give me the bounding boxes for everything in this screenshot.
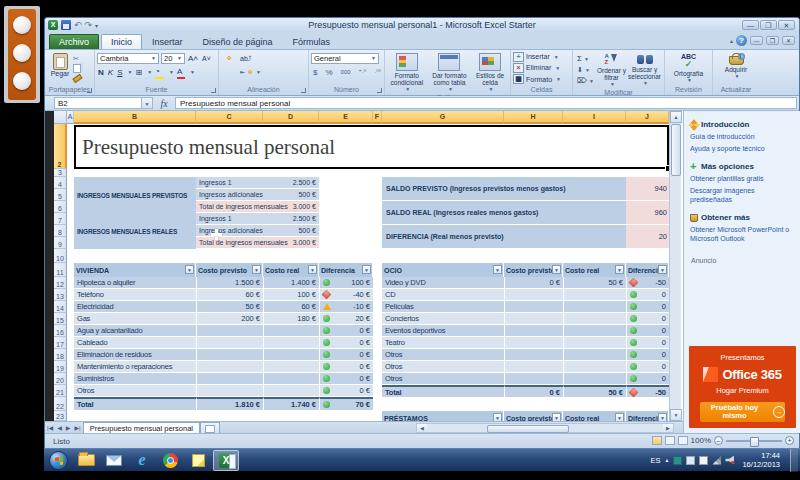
- pane-link[interactable]: Descargar imágenes prediseñadas: [690, 186, 795, 204]
- vivienda-row-cell[interactable]: 60 €: [196, 289, 263, 301]
- ocio-row-cell[interactable]: 0 €: [504, 277, 563, 289]
- row-header-21[interactable]: 21: [54, 385, 67, 397]
- ocio-row-cell[interactable]: Video y DVD: [382, 277, 504, 289]
- column-header-F[interactable]: F: [373, 111, 382, 124]
- formula-input[interactable]: Presupuesto mensual personal: [175, 97, 797, 109]
- ocio-row-cell[interactable]: [504, 373, 563, 385]
- ocio-row-cell[interactable]: [504, 301, 563, 313]
- currency-format-icon[interactable]: $: [311, 67, 319, 78]
- column-header-G[interactable]: G: [382, 111, 504, 124]
- ocio-row-cell[interactable]: [504, 325, 563, 337]
- ocio-row-cell[interactable]: Teatro: [382, 337, 504, 349]
- vivienda-row-diff-cell[interactable]: 20 €: [319, 313, 373, 325]
- title-bar[interactable]: X ↶ ↷ ▾ Presupuesto mensual personal1 - …: [45, 18, 799, 32]
- taskbar-mail-button[interactable]: [101, 450, 127, 471]
- ocio-row-cell[interactable]: [563, 349, 626, 361]
- ocio-row-diff-cell[interactable]: 0: [626, 361, 669, 373]
- zoom-slider-thumb[interactable]: [750, 437, 759, 447]
- row-header-19[interactable]: 19: [54, 361, 67, 373]
- vivienda-row-cell[interactable]: Teléfono: [74, 289, 196, 301]
- ocio-row-cell[interactable]: Otros: [382, 361, 504, 373]
- ocio-row-cell[interactable]: [504, 313, 563, 325]
- select-all-corner[interactable]: [54, 111, 67, 124]
- horizontal-scroll-thumb[interactable]: [487, 425, 569, 433]
- vivienda-row-diff-cell[interactable]: -40 €: [319, 289, 373, 301]
- selected-title-cell[interactable]: Presupuesto mensual personal: [74, 125, 669, 169]
- filter-dropdown-icon[interactable]: ▼: [252, 265, 261, 274]
- ocio-row-cell[interactable]: 50 €: [563, 277, 626, 289]
- table-header-prestamos-3[interactable]: Diferencia▼: [626, 411, 669, 421]
- paste-button[interactable]: Pegar: [47, 51, 73, 85]
- minimize-button[interactable]: —: [742, 20, 759, 30]
- name-box-dropdown-icon[interactable]: ▼: [142, 97, 153, 109]
- language-indicator[interactable]: ES: [650, 456, 660, 465]
- row-header-13[interactable]: 13: [54, 289, 67, 301]
- vivienda-row-cell[interactable]: Agua y alcantarillado: [74, 325, 196, 337]
- dialog-launcher-icon[interactable]: [301, 88, 306, 93]
- dialog-launcher-icon[interactable]: [377, 88, 382, 93]
- autosum-icon[interactable]: Σ▼: [577, 54, 594, 63]
- vertical-scroll-thumb[interactable]: [671, 124, 681, 176]
- vivienda-total-cell[interactable]: 1.810 €: [196, 397, 263, 411]
- filter-dropdown-icon[interactable]: ▼: [552, 413, 561, 421]
- vivienda-row-cell[interactable]: 200 €: [196, 313, 263, 325]
- workbook-minimize-button[interactable]: —: [750, 36, 763, 45]
- ocio-row-diff-cell[interactable]: 0: [626, 289, 669, 301]
- zoom-out-icon[interactable]: –: [714, 436, 723, 445]
- office365-ad[interactable]: Presentamos Office 365 Hogar Premium Pru…: [689, 346, 796, 428]
- vivienda-row-diff-cell[interactable]: 0 €: [319, 361, 373, 373]
- income-row[interactable]: Ingresos 12.500 €: [196, 213, 319, 225]
- insert-cells-button[interactable]: +Insertar▼: [513, 51, 570, 62]
- ocio-row-cell[interactable]: CD: [382, 289, 504, 301]
- wrap-text-icon[interactable]: [254, 56, 258, 60]
- horizontal-scrollbar[interactable]: ◀ ▶: [416, 423, 674, 433]
- close-button[interactable]: ✕: [778, 20, 795, 30]
- vivienda-row-cell[interactable]: Cableado: [74, 337, 196, 349]
- vivienda-row-cell[interactable]: 50 €: [196, 301, 263, 313]
- vivienda-row-cell[interactable]: 180 €: [263, 313, 319, 325]
- row-header-22[interactable]: 22: [54, 397, 67, 411]
- ocio-row-cell[interactable]: Películas: [382, 301, 504, 313]
- ocio-total-diff-cell[interactable]: -50: [626, 385, 669, 398]
- tab-inicio[interactable]: Inicio: [101, 34, 142, 49]
- cell-styles-button[interactable]: Estilos de celda▼: [472, 51, 508, 93]
- clear-icon[interactable]: ⌦▼: [577, 77, 594, 85]
- format-as-table-button[interactable]: Dar formato como tabla▼: [429, 51, 471, 93]
- ocio-row-cell[interactable]: Otros: [382, 349, 504, 361]
- vivienda-row-cell[interactable]: [196, 385, 263, 397]
- table-header-ocio-0[interactable]: OCIO▼: [382, 263, 504, 277]
- conditional-formatting-button[interactable]: Formato condicional▼: [387, 51, 427, 93]
- ocio-row-cell[interactable]: [504, 349, 563, 361]
- vivienda-row-cell[interactable]: [196, 337, 263, 349]
- row-header-12[interactable]: 12: [54, 277, 67, 289]
- vivienda-row-cell[interactable]: 60 €: [263, 301, 319, 313]
- row-header-18[interactable]: 18: [54, 349, 67, 361]
- worksheet-grid[interactable]: ABCDEFGHIJ 23456789101112131415161718192…: [45, 111, 683, 421]
- ocio-row-cell[interactable]: [563, 373, 626, 385]
- ocio-row-diff-cell[interactable]: 0: [626, 373, 669, 385]
- borders-icon[interactable]: ⊞: [134, 67, 143, 78]
- table-header-vivienda-3[interactable]: Diferencia▼: [319, 263, 373, 277]
- tab-f-rmulas[interactable]: Fórmulas: [283, 34, 341, 49]
- filter-dropdown-icon[interactable]: ▼: [658, 413, 667, 421]
- ocio-row-cell[interactable]: Eventos deportivos: [382, 325, 504, 337]
- table-header-prestamos-2[interactable]: Costo real▼: [563, 411, 626, 421]
- decrease-decimal-icon[interactable]: ·⁰⁰: [372, 67, 383, 78]
- filter-dropdown-icon[interactable]: ▼: [493, 413, 502, 421]
- vivienda-row-cell[interactable]: [196, 373, 263, 385]
- italic-button[interactable]: K: [107, 67, 114, 78]
- vivienda-row-diff-cell[interactable]: -10 €: [319, 301, 373, 313]
- zoom-slider[interactable]: [726, 440, 782, 442]
- ocio-row-diff-cell[interactable]: 0: [626, 313, 669, 325]
- filter-dropdown-icon[interactable]: ▼: [308, 265, 317, 274]
- row-header-14[interactable]: 14: [54, 301, 67, 313]
- device-button-1[interactable]: [13, 16, 31, 34]
- device-button-2[interactable]: [13, 44, 31, 62]
- dialog-launcher-icon[interactable]: [87, 88, 92, 93]
- orientation-icon[interactable]: ab⤴: [239, 53, 252, 64]
- ocio-row-diff-cell[interactable]: -50: [626, 277, 669, 289]
- tab-archivo[interactable]: Archivo: [49, 34, 99, 49]
- insert-worksheet-tab[interactable]: [200, 422, 220, 434]
- table-header-prestamos-0[interactable]: PRÉSTAMOS▼: [382, 411, 504, 421]
- fill-color-icon[interactable]: ◔: [154, 66, 165, 79]
